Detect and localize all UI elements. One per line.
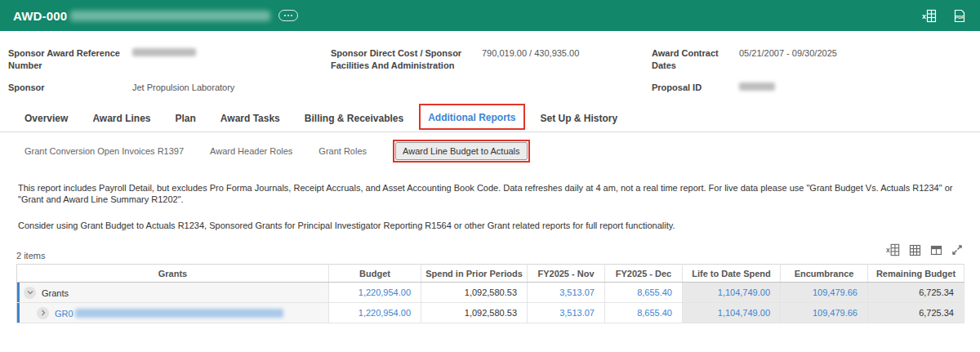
encumbrance-value-link[interactable]: 109,479.66 xyxy=(813,287,858,297)
table-header-row: Grants Budget Spend in Prior Periods FY2… xyxy=(17,265,964,283)
subtab-grant-roles[interactable]: Grant Roles xyxy=(318,146,367,156)
life-to-date-value-link[interactable]: 1,104,749.00 xyxy=(718,308,770,318)
field-award-contract-dates: Award Contract Dates 05/21/2007 - 09/30/… xyxy=(652,47,837,72)
encumbrance-value-link[interactable]: 109,479.66 xyxy=(813,308,858,318)
field-proposal-id: Proposal ID xyxy=(652,82,837,94)
field-label: Sponsor xyxy=(8,82,132,94)
report-notes: This report includes Payroll Detail, but… xyxy=(0,161,980,232)
col-header-grants[interactable]: Grants xyxy=(17,265,329,283)
svg-text:x: x xyxy=(886,247,890,255)
col-header-fy2025-nov[interactable]: FY2025 - Nov xyxy=(528,265,605,283)
redacted-title-text xyxy=(70,11,270,21)
field-sponsor: Sponsor Jet Propulsion Laboratory xyxy=(8,82,331,94)
grid-toolbar: 2 items x xyxy=(16,243,964,261)
field-value: 790,019.00 / 430,935.00 xyxy=(482,47,579,72)
column-preferences-icon[interactable] xyxy=(929,243,943,261)
redacted-value xyxy=(132,48,196,56)
table-row: GR0 1,220,954.00 1,092,580.53 3,513.07 8… xyxy=(17,303,964,323)
budget-value-link[interactable]: 1,220,954.00 xyxy=(359,308,411,318)
related-actions-icon[interactable] xyxy=(278,10,298,21)
spend-prior-value: 1,092,580.53 xyxy=(421,283,528,303)
fy-nov-value-link[interactable]: 3,513.07 xyxy=(559,308,595,318)
expand-grid-icon[interactable] xyxy=(951,243,964,260)
col-header-encumbrance[interactable]: Encumbrance xyxy=(781,265,868,283)
page-header-bar: AWD-000 x PDF xyxy=(0,0,980,31)
field-label: Proposal ID xyxy=(652,82,739,94)
items-count: 2 items xyxy=(16,251,45,261)
fy-dec-value-link[interactable]: 8,655.40 xyxy=(637,308,672,318)
subtab-award-header-roles[interactable]: Award Header Roles xyxy=(210,146,292,156)
redacted-value xyxy=(739,82,775,91)
col-header-spend-in-prior-periods[interactable]: Spend in Prior Periods xyxy=(421,265,528,283)
grid-view-icon[interactable] xyxy=(908,243,922,261)
field-value: 05/21/2007 - 09/30/2025 xyxy=(739,47,837,72)
svg-text:PDF: PDF xyxy=(956,15,965,20)
tab-bar: Overview Award Lines Plan Award Tasks Bi… xyxy=(0,108,980,132)
budget-to-actuals-table: Grants Budget Spend in Prior Periods FY2… xyxy=(16,264,964,323)
svg-text:x: x xyxy=(922,12,926,20)
col-header-budget[interactable]: Budget xyxy=(329,265,421,283)
report-subtab-bar: Grant Conversion Open Invoices R1397 Awa… xyxy=(0,141,980,161)
report-note-line1: This report includes Payroll Detail, but… xyxy=(18,182,962,206)
expand-row-icon[interactable] xyxy=(37,307,49,319)
field-label: Sponsor Award Reference Number xyxy=(8,47,132,72)
export-excel-icon[interactable]: x xyxy=(922,8,938,24)
tab-billing-receivables[interactable]: Billing & Receivables xyxy=(305,113,403,131)
subtab-grant-conversion-open-invoices[interactable]: Grant Conversion Open Invoices R1397 xyxy=(24,146,184,156)
remaining-budget-value: 6,725.34 xyxy=(868,303,964,323)
fy-nov-value-link[interactable]: 3,513.07 xyxy=(559,287,595,297)
report-grid-section: 2 items x xyxy=(0,243,980,323)
redacted-grant-name xyxy=(75,309,283,318)
annotation-box-additional-reports: Additional Reports xyxy=(419,104,524,130)
tab-additional-reports[interactable]: Additional Reports xyxy=(428,112,515,123)
tab-award-tasks[interactable]: Award Tasks xyxy=(220,113,280,131)
field-label: Sponsor Direct Cost / Sponsor Facilities… xyxy=(331,47,482,72)
tab-set-up-history[interactable]: Set Up & History xyxy=(541,113,618,131)
spend-prior-value: 1,092,580.53 xyxy=(421,303,528,323)
award-summary: Sponsor Award Reference Number Sponsor J… xyxy=(0,31,980,94)
sponsor-link[interactable]: Jet Propulsion Laboratory xyxy=(132,82,234,94)
field-label: Award Contract Dates xyxy=(652,47,739,72)
budget-value-link[interactable]: 1,220,954.00 xyxy=(359,287,411,297)
col-header-fy2025-dec[interactable]: FY2025 - Dec xyxy=(605,265,683,283)
life-to-date-value-link[interactable]: 1,104,749.00 xyxy=(718,287,770,297)
remaining-budget-value: 6,725.34 xyxy=(868,283,964,303)
field-sponsor-award-reference-number: Sponsor Award Reference Number xyxy=(8,47,331,72)
col-header-remaining-budget[interactable]: Remaining Budget xyxy=(868,265,964,283)
col-header-life-to-date-spend[interactable]: Life to Date Spend xyxy=(683,265,781,283)
table-row: Grants 1,220,954.00 1,092,580.53 3,513.0… xyxy=(17,283,964,303)
tab-award-lines[interactable]: Award Lines xyxy=(92,113,150,131)
grant-link[interactable]: GR0 xyxy=(55,308,74,318)
tab-plan[interactable]: Plan xyxy=(176,113,196,131)
export-to-excel-icon[interactable]: x xyxy=(886,243,901,261)
field-sponsor-direct-cost: Sponsor Direct Cost / Sponsor Facilities… xyxy=(331,47,652,72)
annotation-box-award-line-budget-to-actuals: Award Line Budget to Actuals xyxy=(393,140,530,163)
fy-dec-value-link[interactable]: 8,655.40 xyxy=(637,287,672,297)
export-pdf-icon[interactable]: PDF xyxy=(952,8,967,24)
page-title: AWD-000 xyxy=(13,9,67,23)
tab-overview[interactable]: Overview xyxy=(24,113,68,131)
report-note-line2: Consider using Grant Budget to Actuals R… xyxy=(18,220,962,231)
subtab-award-line-budget-to-actuals[interactable]: Award Line Budget to Actuals xyxy=(395,142,528,160)
collapse-row-icon[interactable] xyxy=(24,287,36,299)
row-group-label: Grants xyxy=(42,287,69,297)
